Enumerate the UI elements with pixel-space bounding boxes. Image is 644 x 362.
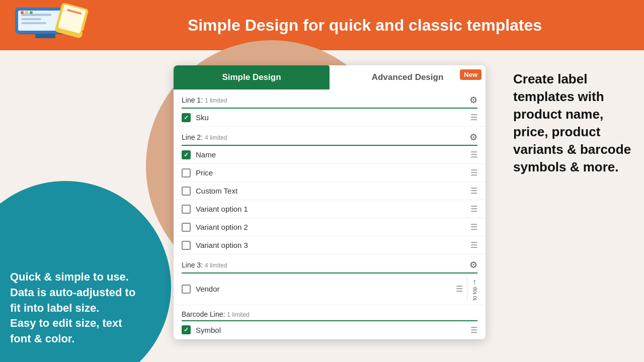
row-price: Price ☰	[174, 164, 486, 182]
row-symbol-left: Symbol	[182, 325, 221, 334]
svg-rect-1	[35, 34, 55, 38]
left-description: Quick & simple to use. Data is auto-adju…	[10, 269, 146, 347]
row-variant1-left: Variant option 1	[182, 205, 248, 214]
scroll-to-top-text: to top	[471, 287, 477, 301]
right-panel: Create label templates with product name…	[498, 50, 644, 362]
svg-rect-6	[21, 22, 46, 24]
row-name-left: Name	[182, 150, 216, 159]
center-panel: Simple Design Advanced Design New Line 1…	[161, 50, 498, 362]
design-card: Simple Design Advanced Design New Line 1…	[174, 65, 486, 339]
line1-label: Line 1: 1 limited	[182, 96, 227, 104]
section-line1-header: Line 1: 1 limited ⚙	[174, 89, 486, 108]
svg-rect-4	[21, 14, 51, 16]
tab-simple[interactable]: Simple Design	[174, 65, 330, 89]
drag-sku-icon[interactable]: ☰	[470, 113, 477, 122]
label-variant2: Variant option 2	[196, 223, 248, 231]
row-vendor: Vendor ☰ ↑ to top	[174, 274, 486, 305]
new-badge: New	[460, 69, 481, 80]
label-price: Price	[196, 168, 213, 177]
drag-vendor-icon[interactable]: ☰	[456, 284, 463, 294]
checkbox-variant1[interactable]	[182, 205, 191, 214]
line2-limit: 4 limited	[205, 134, 227, 141]
checkbox-variant2[interactable]	[182, 223, 191, 232]
svg-rect-5	[21, 18, 41, 20]
drag-custom-text-icon[interactable]: ☰	[470, 186, 477, 196]
row-symbol: Symbol ☰	[174, 321, 486, 339]
svg-point-9	[30, 11, 33, 14]
checkbox-sku[interactable]	[182, 113, 191, 122]
header-title: Simple Design for quick and classic temp…	[96, 16, 634, 35]
scroll-up-arrow[interactable]: ↑	[472, 278, 476, 287]
line3-limit: 4 limited	[205, 262, 227, 269]
main-content: Quick & simple to use. Data is auto-adju…	[0, 50, 644, 362]
drag-variant1-icon[interactable]: ☰	[470, 204, 477, 214]
label-variant1: Variant option 1	[196, 205, 248, 213]
checkbox-vendor[interactable]	[182, 285, 191, 294]
svg-point-7	[21, 11, 24, 14]
row-variant1: Variant option 1 ☰	[174, 200, 486, 218]
line3-gear-icon[interactable]: ⚙	[469, 259, 477, 270]
checkbox-variant3[interactable]	[182, 241, 191, 250]
row-variant3-left: Variant option 3	[182, 241, 248, 250]
section-line3-header: Line 3: 4 limited ⚙	[174, 254, 486, 273]
checkbox-symbol[interactable]	[182, 325, 191, 334]
drag-name-icon[interactable]: ☰	[470, 150, 477, 159]
row-vendor-left: Vendor	[182, 285, 220, 294]
app-logo	[10, 3, 96, 48]
checkbox-custom-text[interactable]	[182, 187, 191, 196]
barcode-label: Barcode Line: 1 limited	[182, 310, 250, 318]
row-variant2-left: Variant option 2	[182, 223, 248, 232]
checkbox-name[interactable]	[182, 150, 191, 159]
row-custom-text: Custom Text ☰	[174, 182, 486, 200]
row-name: Name ☰	[174, 146, 486, 164]
line3-label: Line 3: 4 limited	[182, 261, 227, 269]
line1-gear-icon[interactable]: ⚙	[469, 95, 477, 106]
label-sku: Sku	[196, 113, 209, 122]
barcode-limit: 1 limited	[227, 311, 250, 318]
section-barcode-header: Barcode Line: 1 limited	[174, 305, 486, 320]
row-sku-left: Sku	[182, 113, 209, 122]
line1-limit: 1 limited	[205, 97, 227, 104]
line2-gear-icon[interactable]: ⚙	[469, 132, 477, 143]
label-custom-text: Custom Text	[196, 187, 237, 195]
checkbox-price[interactable]	[182, 168, 191, 177]
drag-price-icon[interactable]: ☰	[470, 168, 477, 177]
header: Simple Design for quick and classic temp…	[0, 0, 644, 50]
label-variant3: Variant option 3	[196, 241, 248, 249]
card-body: Line 1: 1 limited ⚙ Sku ☰ Line 2: 4 limi…	[174, 89, 486, 339]
right-description: Create label templates with product name…	[513, 70, 634, 176]
row-variant3: Variant option 3 ☰	[174, 236, 486, 254]
label-vendor: Vendor	[196, 285, 220, 293]
row-variant2: Variant option 2 ☰	[174, 218, 486, 236]
drag-variant2-icon[interactable]: ☰	[470, 222, 477, 232]
section-line2-header: Line 2: 4 limited ⚙	[174, 127, 486, 145]
drag-variant3-icon[interactable]: ☰	[470, 240, 477, 250]
label-name: Name	[196, 150, 216, 159]
svg-point-8	[25, 11, 28, 14]
label-symbol: Symbol	[196, 326, 221, 334]
row-sku: Sku ☰	[174, 109, 486, 127]
line2-label: Line 2: 4 limited	[182, 133, 227, 141]
left-panel: Quick & simple to use. Data is auto-adju…	[0, 50, 161, 362]
row-price-left: Price	[182, 168, 213, 177]
drag-symbol-icon[interactable]: ☰	[470, 325, 477, 335]
row-custom-text-left: Custom Text	[182, 187, 237, 196]
tabs-container: Simple Design Advanced Design New	[174, 65, 486, 89]
